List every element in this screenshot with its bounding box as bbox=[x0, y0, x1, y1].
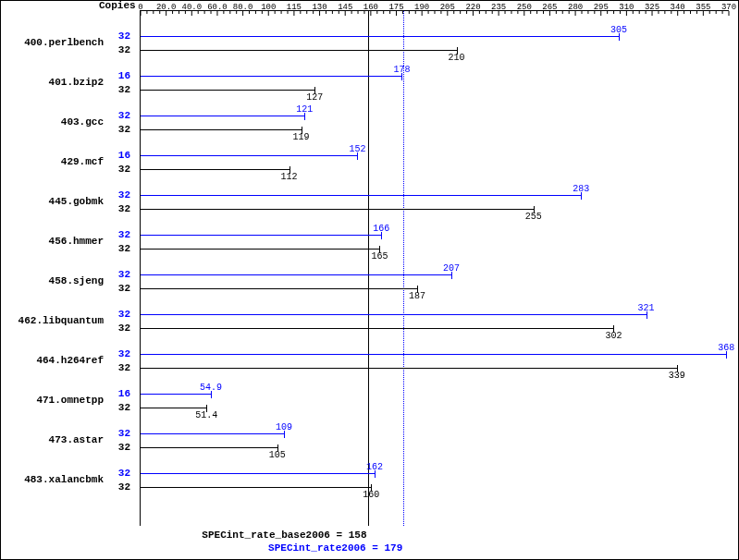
benchmark-row: 445.gobmk 32 32 283 255 bbox=[141, 187, 729, 224]
benchmark-row: 401.bzip2 16 32 178 127 bbox=[141, 67, 729, 104]
benchmark-name: 403.gcc bbox=[2, 116, 104, 128]
peak-bar bbox=[141, 433, 284, 434]
base-bar bbox=[141, 209, 534, 210]
base-bar bbox=[141, 129, 302, 130]
benchmark-row: 456.hmmer 32 32 166 165 bbox=[141, 226, 729, 263]
svg-text:20.0: 20.0 bbox=[156, 3, 177, 12]
base-value: 51.4 bbox=[195, 410, 217, 420]
base-value: 119 bbox=[293, 132, 310, 142]
peak-bar bbox=[141, 195, 581, 196]
peak-bar bbox=[141, 314, 647, 315]
svg-text:370: 370 bbox=[721, 3, 736, 12]
peak-copies: 32 bbox=[108, 110, 130, 121]
benchmark-name: 445.gobmk bbox=[2, 196, 104, 207]
peak-copies: 32 bbox=[108, 348, 130, 359]
benchmark-name: 456.hmmer bbox=[2, 236, 104, 247]
peak-copies: 32 bbox=[108, 229, 130, 240]
svg-text:310: 310 bbox=[619, 3, 634, 12]
svg-text:130: 130 bbox=[312, 3, 326, 12]
benchmark-name: 462.libquantum bbox=[2, 315, 104, 326]
benchmark-name: 471.omnetpp bbox=[2, 395, 104, 406]
copies-header: Copies bbox=[99, 0, 136, 11]
base-value: 112 bbox=[281, 172, 298, 182]
peak-value: 321 bbox=[638, 303, 655, 313]
base-bar bbox=[141, 408, 206, 408]
summary-labels: SPECint_rate_base2006 = 158 SPECint_rate… bbox=[140, 530, 729, 555]
base-value: 210 bbox=[449, 53, 465, 63]
x-axis: 020.040.060.080.010011513014516017519020… bbox=[141, 0, 729, 18]
base-copies: 32 bbox=[108, 323, 130, 334]
base-bar bbox=[141, 487, 371, 488]
peak-copies: 32 bbox=[108, 30, 130, 42]
base-copies: 32 bbox=[108, 203, 130, 214]
svg-text:235: 235 bbox=[491, 3, 506, 12]
base-copies: 32 bbox=[108, 283, 130, 294]
peak-bar bbox=[141, 473, 375, 474]
base-bar bbox=[141, 50, 457, 51]
svg-text:265: 265 bbox=[542, 3, 557, 12]
peak-copies: 32 bbox=[108, 428, 130, 439]
base-value: 160 bbox=[363, 490, 379, 500]
benchmark-row: 429.mcf 16 32 152 112 bbox=[141, 147, 729, 184]
benchmark-row: 403.gcc 32 32 121 119 bbox=[141, 107, 729, 144]
base-copies: 32 bbox=[108, 402, 130, 413]
peak-value: 178 bbox=[393, 65, 410, 75]
svg-text:175: 175 bbox=[388, 3, 403, 12]
benchmark-rows: 400.perlbench 32 32 305 210 401.bzip2 16… bbox=[141, 28, 729, 526]
peak-copies: 16 bbox=[108, 70, 130, 81]
benchmark-name: 483.xalancbmk bbox=[2, 474, 104, 485]
peak-value: 162 bbox=[366, 462, 383, 472]
base-bar bbox=[141, 328, 613, 329]
base-value: 255 bbox=[525, 212, 542, 222]
svg-text:355: 355 bbox=[696, 3, 710, 12]
base-copies: 32 bbox=[108, 362, 130, 373]
svg-text:250: 250 bbox=[517, 3, 532, 12]
svg-text:40.0: 40.0 bbox=[182, 3, 203, 12]
base-value: 127 bbox=[306, 92, 323, 103]
benchmark-row: 483.xalancbmk 32 32 162 160 bbox=[141, 465, 729, 502]
svg-text:80.0: 80.0 bbox=[233, 3, 253, 12]
benchmark-row: 471.omnetpp 16 32 54.9 51.4 bbox=[141, 385, 729, 422]
base-bar bbox=[141, 288, 417, 289]
svg-text:280: 280 bbox=[568, 3, 583, 12]
peak-value: 121 bbox=[296, 104, 313, 115]
benchmark-row: 458.sjeng 32 32 207 187 bbox=[141, 266, 729, 303]
base-copies: 32 bbox=[108, 243, 130, 254]
peak-value: 152 bbox=[349, 144, 365, 154]
svg-text:100: 100 bbox=[261, 3, 276, 12]
peak-bar bbox=[141, 36, 619, 37]
peak-bar bbox=[141, 116, 304, 116]
peak-bar bbox=[141, 76, 401, 77]
base-value: 339 bbox=[669, 371, 685, 381]
benchmark-row: 473.astar 32 32 109 105 bbox=[141, 425, 729, 462]
svg-text:60.0: 60.0 bbox=[207, 3, 228, 12]
peak-copies: 32 bbox=[108, 309, 130, 320]
svg-text:160: 160 bbox=[363, 3, 378, 12]
peak-bar bbox=[141, 354, 726, 355]
peak-label: SPECint_rate2006 = 179 bbox=[140, 542, 402, 554]
base-bar bbox=[141, 368, 677, 369]
baseline-label: SPECint_rate_base2006 = 158 bbox=[140, 530, 367, 541]
peak-value: 166 bbox=[373, 224, 389, 234]
peak-copies: 16 bbox=[108, 150, 130, 161]
benchmark-name: 429.mcf bbox=[2, 156, 104, 167]
peak-bar bbox=[141, 274, 451, 275]
peak-value: 283 bbox=[573, 184, 589, 194]
peak-value: 305 bbox=[610, 25, 627, 35]
svg-text:325: 325 bbox=[645, 3, 659, 12]
base-bar bbox=[141, 90, 314, 91]
benchmark-name: 401.bzip2 bbox=[2, 77, 104, 88]
benchmark-row: 462.libquantum 32 32 321 302 bbox=[141, 306, 729, 343]
svg-text:295: 295 bbox=[594, 3, 609, 12]
peak-value: 109 bbox=[276, 422, 292, 432]
peak-copies: 32 bbox=[108, 269, 130, 280]
base-copies: 32 bbox=[108, 481, 130, 493]
peak-bar bbox=[141, 394, 211, 395]
peak-copies: 32 bbox=[108, 189, 130, 201]
base-bar bbox=[141, 447, 277, 448]
benchmark-name: 400.perlbench bbox=[2, 37, 104, 48]
benchmark-row: 400.perlbench 32 32 305 210 bbox=[141, 28, 729, 65]
chart-frame: Copies 020.040.060.080.01001151301451601… bbox=[0, 0, 739, 560]
base-value: 187 bbox=[409, 291, 425, 301]
peak-value: 207 bbox=[443, 263, 460, 274]
